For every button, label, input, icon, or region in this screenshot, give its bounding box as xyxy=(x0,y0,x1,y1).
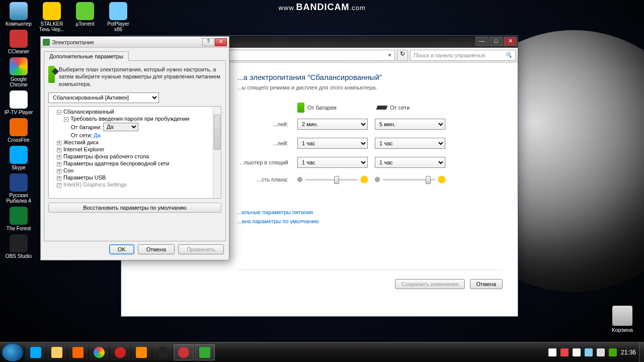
sleep-battery-select[interactable]: 1 час xyxy=(297,157,368,168)
desktop-icon[interactable]: Google Chrome xyxy=(3,57,34,87)
dialog-title: Электропитание xyxy=(52,39,202,45)
sun-bright-icon xyxy=(438,176,445,183)
battery-password-select[interactable]: Да xyxy=(103,123,138,131)
desktop-icon[interactable]: Русская Рыбалка 4 xyxy=(3,173,34,204)
help-button[interactable]: ? xyxy=(202,38,214,46)
column-battery: От батареи xyxy=(297,103,337,113)
restore-defaults-link[interactable]: ...ана параметры по умолчанию xyxy=(237,218,503,224)
taskbar-wmp[interactable] xyxy=(68,344,88,360)
dim-battery-select[interactable]: 2 мин. xyxy=(297,119,368,130)
minimize-button[interactable]: — xyxy=(475,37,489,46)
taskbar-app[interactable] xyxy=(131,344,151,360)
desktop-icon[interactable]: PotPlayer x86 xyxy=(103,2,134,32)
tray-flag-icon[interactable] xyxy=(573,348,581,356)
brightness-ac-slider[interactable] xyxy=(375,176,445,183)
sun-dim-icon xyxy=(375,177,380,182)
save-button: Сохранить изменения xyxy=(395,279,465,289)
tree-leaf-ac[interactable]: От сети: Да xyxy=(50,132,220,139)
taskbar-obs[interactable] xyxy=(152,344,173,360)
tree-node[interactable]: −Требовать введения пароля при пробужден… xyxy=(50,115,220,122)
taskbar-bandicam[interactable] xyxy=(174,344,194,360)
advanced-settings-link[interactable]: ...ельные параметры питания xyxy=(237,209,503,215)
sun-dim-icon xyxy=(297,177,302,182)
show-desktop-button[interactable] xyxy=(639,342,644,363)
recycle-bin[interactable]: Корзина xyxy=(607,306,638,333)
taskbar-opera[interactable] xyxy=(110,344,130,360)
tray-chevron-icon[interactable] xyxy=(548,348,556,356)
row-label: ...пьютер в спящий xyxy=(237,159,297,165)
cancel-button[interactable]: Отмена xyxy=(470,279,503,289)
restore-defaults-button[interactable]: Восстановить параметры по умолчанию xyxy=(48,203,221,213)
desktop-icon[interactable]: Компьютер xyxy=(3,2,34,27)
cancel-button[interactable]: Отмена xyxy=(138,244,175,254)
plug-icon xyxy=(376,106,388,110)
dialog-description: Выберите план электропитания, который ну… xyxy=(59,66,221,87)
dialog-panel: Выберите план электропитания, который ну… xyxy=(44,60,226,241)
power-icon xyxy=(43,39,50,46)
taskbar-chrome[interactable] xyxy=(89,344,109,360)
battery-icon xyxy=(297,103,304,113)
desktop-icon[interactable]: CrossFire xyxy=(3,118,34,143)
desktop-icons-col1: Компьютер CCleaner Google Chrome IP-TV P… xyxy=(3,2,34,262)
close-button[interactable]: ✕ xyxy=(215,38,227,46)
taskbar: 21:36 xyxy=(0,342,644,362)
desktop-icon[interactable]: STALKER Тень Чер... xyxy=(36,2,67,32)
tree-node[interactable]: +Параметры фона рабочего стола xyxy=(50,153,220,160)
off-ac-select[interactable]: 1 час xyxy=(375,138,445,149)
tree-leaf-battery[interactable]: От батареи: Да xyxy=(50,122,220,132)
row-label: ...лей: xyxy=(237,121,297,127)
column-ac: От сети xyxy=(377,103,410,113)
page-subtitle: ...ы спящего режима и дисплея для этого … xyxy=(237,84,503,90)
battery-plug-icon xyxy=(48,66,55,83)
power-options-dialog: Электропитание ? ✕ Дополнительные параме… xyxy=(40,36,229,260)
tray-shield-icon[interactable] xyxy=(560,348,569,356)
search-input[interactable]: Поиск в панели управления🔍 xyxy=(410,50,516,61)
desktop-icon[interactable]: OBS Studio xyxy=(3,234,34,259)
refresh-button[interactable]: ↻ xyxy=(397,50,408,61)
brightness-battery-slider[interactable] xyxy=(297,176,368,183)
apply-button: Применить xyxy=(178,244,224,254)
system-tray: 21:36 xyxy=(545,348,639,356)
sleep-ac-select[interactable]: 1 час xyxy=(375,157,445,168)
maximize-button[interactable]: □ xyxy=(490,37,503,46)
tree-node[interactable]: +Параметры USB xyxy=(50,174,220,181)
page-title: ...а электропитания "Сбалансированный" xyxy=(237,73,503,81)
tree-node[interactable]: +Intel(R) Graphics Settings xyxy=(50,181,220,188)
bandicam-watermark: www.BANDICAM.com xyxy=(278,2,365,13)
tray-network-icon[interactable] xyxy=(585,348,593,356)
taskbar-ie[interactable] xyxy=(26,344,46,360)
desktop-icon[interactable]: The Forest xyxy=(3,207,34,231)
tree-node[interactable]: +Жесткий диск xyxy=(50,139,220,146)
desktop-icons-col4: PotPlayer x86 xyxy=(103,2,134,35)
ok-button[interactable]: OK xyxy=(109,244,134,254)
desktop-icon[interactable]: CCleaner xyxy=(3,30,34,54)
dim-ac-select[interactable]: 5 мин. xyxy=(375,119,445,130)
desktop-icon[interactable]: Skype xyxy=(3,146,34,170)
desktop-icon[interactable]: IP-TV Player xyxy=(3,90,34,115)
dialog-titlebar[interactable]: Электропитание ? ✕ xyxy=(41,37,229,48)
tray-clock[interactable]: 21:36 xyxy=(621,349,636,356)
close-button[interactable]: ✕ xyxy=(504,37,517,46)
tab-advanced[interactable]: Дополнительные параметры xyxy=(44,51,129,61)
row-label: ...сть плана: xyxy=(237,176,297,183)
taskbar-explorer[interactable] xyxy=(47,344,67,360)
tree-node[interactable]: +Internet Explorer xyxy=(50,146,220,153)
tree-node[interactable]: +Параметры адаптера беспроводной сети xyxy=(50,160,220,167)
start-button[interactable] xyxy=(2,343,23,361)
desktop-icon[interactable]: µTorrent xyxy=(69,2,101,27)
tree-node[interactable]: −Сбалансированный xyxy=(50,108,220,115)
tree-scrollbar[interactable] xyxy=(213,107,221,198)
tray-volume-icon[interactable] xyxy=(597,348,605,356)
sun-bright-icon xyxy=(361,176,368,183)
tray-battery-icon[interactable] xyxy=(609,348,617,356)
off-battery-select[interactable]: 1 час xyxy=(297,138,368,149)
taskbar-power-options[interactable] xyxy=(195,344,215,360)
tree-node[interactable]: +Сон xyxy=(50,167,220,174)
settings-tree: −Сбалансированный −Требовать введения па… xyxy=(48,106,221,199)
row-label: ...лей: xyxy=(237,140,297,146)
power-plan-select[interactable]: Сбалансированный [Активен] xyxy=(48,93,159,103)
